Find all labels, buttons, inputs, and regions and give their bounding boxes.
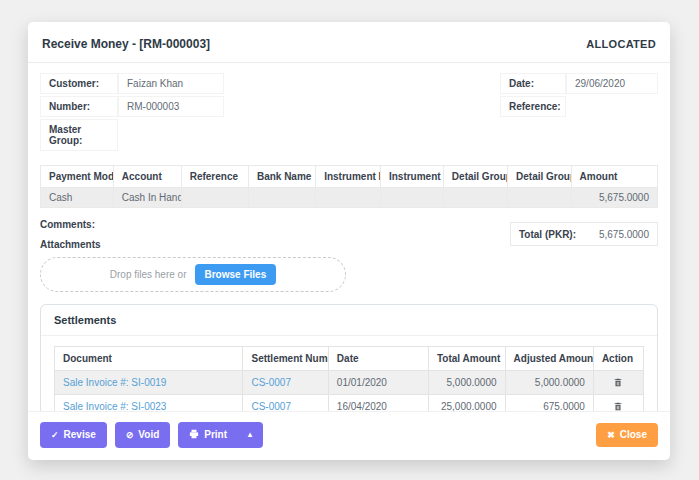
payment-cell-mode: Cash: [41, 188, 114, 208]
settlement-total-cell: 5,000.0000: [428, 371, 505, 395]
delete-settlement-button[interactable]: [613, 401, 623, 411]
document-link[interactable]: Sale Invoice #: SI-0019: [63, 377, 166, 388]
settlements-table: Document Settlement Number Date Total Am…: [54, 346, 644, 411]
settlements-header-total: Total Amount: [428, 347, 505, 371]
settlement-total-cell: 25,000.0000: [428, 395, 505, 411]
settlements-header-action: Action: [593, 347, 643, 371]
settlements-section: Settlements Document Settlement Number D…: [40, 304, 658, 411]
caret-up-icon: ▴: [248, 431, 252, 439]
print-button[interactable]: Print ▴: [178, 422, 263, 448]
settlement-date-cell: 01/01/2020: [328, 371, 428, 395]
total-value: 5,675.0000: [599, 229, 649, 240]
browse-files-button[interactable]: Browse Files: [195, 264, 277, 285]
settlements-header-date: Date: [328, 347, 428, 371]
file-dropzone[interactable]: Drop files here or Browse Files: [40, 257, 346, 292]
payment-header-cell: Instrument No.: [316, 166, 381, 188]
field-customer: Customer: Faizan Khan: [40, 73, 224, 94]
settlement-number-link[interactable]: CS-0007: [251, 377, 290, 388]
close-button[interactable]: ✖ Close: [596, 423, 658, 447]
payment-row: Cash Cash In Hand 5,675.0000: [41, 188, 658, 208]
date-value: 29/06/2020: [566, 73, 658, 94]
mid-section: Comments: Attachments Drop files here or…: [40, 217, 658, 292]
settlement-number-link[interactable]: CS-0007: [251, 401, 290, 411]
reference-label: Reference:: [500, 96, 566, 117]
comments-label: Comments:: [40, 219, 510, 230]
revise-label: Revise: [64, 430, 96, 440]
customer-label: Customer:: [40, 73, 118, 94]
settlements-body: Document Settlement Number Date Total Am…: [41, 336, 657, 411]
delete-settlement-button[interactable]: [613, 377, 623, 388]
payment-cell-bank: [248, 188, 315, 208]
settlement-adjusted-cell: 5,000.0000: [505, 371, 593, 395]
revise-button[interactable]: ✓ Revise: [40, 422, 107, 448]
payment-cell-amount: 5,675.0000: [571, 188, 657, 208]
payment-header-cell: Instrument Date: [380, 166, 443, 188]
card-footer: ✓ Revise ⊘ Void Print ▴ ✖ Close: [28, 411, 670, 460]
details-right: Date: 29/06/2020 Reference:: [500, 73, 658, 153]
number-value: RM-000003: [118, 96, 224, 117]
trash-icon: [613, 401, 623, 411]
close-label: Close: [620, 430, 647, 440]
print-label: Print: [204, 430, 227, 440]
mid-left: Comments: Attachments Drop files here or…: [40, 217, 510, 292]
receive-money-card: Receive Money - [RM-000003] ALLOCATED Cu…: [28, 22, 670, 460]
payment-header-cell: Detail Group A: [443, 166, 507, 188]
payment-cell-account: Cash In Hand: [113, 188, 181, 208]
payment-table: Payment Mode Account Reference Bank Name…: [40, 165, 658, 208]
action-button-group: ✓ Revise ⊘ Void Print ▴: [40, 422, 263, 448]
total-label: Total (PKR):: [519, 229, 576, 240]
void-label: Void: [138, 430, 159, 440]
payment-cell-reference: [181, 188, 248, 208]
field-reference: Reference:: [500, 96, 658, 117]
customer-value: Faizan Khan: [118, 73, 224, 94]
field-number: Number: RM-000003: [40, 96, 224, 117]
attachments-label: Attachments: [40, 239, 510, 250]
settlements-header-number: Settlement Number: [243, 347, 328, 371]
settlements-header-document: Document: [55, 347, 243, 371]
reference-value: [566, 96, 658, 117]
settlement-adjusted-cell: 675.0000: [505, 395, 593, 411]
details-left: Customer: Faizan Khan Number: RM-000003 …: [40, 73, 224, 153]
field-date: Date: 29/06/2020: [500, 73, 658, 94]
card-header: Receive Money - [RM-000003] ALLOCATED: [28, 22, 670, 63]
total-box: Total (PKR): 5,675.0000: [510, 222, 658, 246]
payment-header-cell: Payment Mode: [41, 166, 114, 188]
payment-cell-group-a: [443, 188, 507, 208]
payment-cell-instrument-no: [316, 188, 381, 208]
payment-header-cell-amount: Amount: [571, 166, 657, 188]
payment-header-cell: Account: [113, 166, 181, 188]
number-label: Number:: [40, 96, 118, 117]
settlements-header-row: Document Settlement Number Date Total Am…: [55, 347, 644, 371]
settlement-row: Sale Invoice #: SI-0023 CS-0007 16/04/20…: [55, 395, 644, 411]
trash-icon: [613, 377, 623, 388]
field-master-group: Master Group:: [40, 119, 224, 151]
payment-cell-instrument-date: [380, 188, 443, 208]
payment-header-cell: Bank Name: [248, 166, 315, 188]
settlements-header-adjusted: Adjusted Amount: [505, 347, 593, 371]
page-title: Receive Money - [RM-000003]: [42, 37, 210, 51]
settlement-row: Sale Invoice #: SI-0019 CS-0007 01/01/20…: [55, 371, 644, 395]
settlement-date-cell: 16/04/2020: [328, 395, 428, 411]
date-label: Date:: [500, 73, 566, 94]
close-icon: ✖: [607, 431, 615, 440]
card-body: Customer: Faizan Khan Number: RM-000003 …: [28, 63, 670, 411]
master-group-value: [118, 119, 224, 151]
drop-files-text: Drop files here or: [110, 269, 187, 280]
details-form: Customer: Faizan Khan Number: RM-000003 …: [40, 73, 658, 153]
document-link[interactable]: Sale Invoice #: SI-0023: [63, 401, 166, 411]
payment-header-cell: Reference: [181, 166, 248, 188]
payment-cell-group-b: [508, 188, 572, 208]
status-badge: ALLOCATED: [586, 38, 656, 50]
settlements-title: Settlements: [41, 305, 657, 336]
void-button[interactable]: ⊘ Void: [115, 422, 170, 448]
payment-header-row: Payment Mode Account Reference Bank Name…: [41, 166, 658, 188]
check-icon: ✓: [51, 431, 59, 440]
master-group-label: Master Group:: [40, 119, 118, 151]
printer-icon: [189, 429, 199, 441]
void-circle-icon: ⊘: [126, 431, 134, 440]
payment-header-cell: Detail Group B: [508, 166, 572, 188]
